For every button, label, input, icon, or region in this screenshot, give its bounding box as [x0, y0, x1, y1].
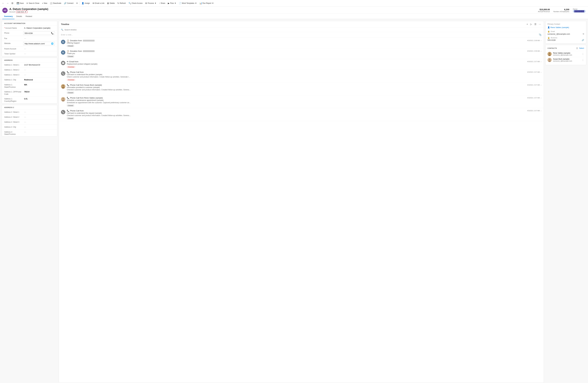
timeline-search-input[interactable]	[64, 29, 542, 31]
contact-business-section: 🔒 Business 555-0108 🔗	[547, 37, 584, 41]
phone-icon[interactable]: 📞	[51, 32, 54, 34]
timeline-header: Timeline + ▷ ☰ ⋯	[59, 21, 544, 27]
state-value[interactable]: WA	[23, 83, 55, 86]
dropdown-more-button[interactable]: ▼	[75, 1, 79, 5]
expand-icon[interactable]: ⌄	[540, 84, 542, 86]
expand-icon[interactable]: ⌄	[540, 71, 542, 73]
tab-details[interactable]: Details	[15, 14, 24, 19]
account-name-value[interactable]: A. Datum Corporation (sample)	[23, 26, 55, 30]
contact-item: Susan Burk (sample) someone_i@example.co…	[547, 57, 584, 63]
field-a2-street1: Address 2: Street 1 ---	[2, 109, 57, 114]
timeline-item-meta: 4/3/2021 2:07 AM ⌄	[527, 110, 542, 111]
field-ticker-symbol: Ticker Symbol ---	[2, 51, 57, 56]
annual-revenue-value: $10,000.00	[538, 8, 550, 11]
primary-contact-label: Primary Contact	[547, 23, 584, 25]
process-button[interactable]: ⚙ Process ▼	[144, 1, 157, 5]
form-selector[interactable]: main form ▼	[16, 11, 27, 13]
assign-button[interactable]: 👤 Assign	[80, 1, 91, 5]
timeline-item-content: 📞 Phone Call from Susan Burk (sample) 4/…	[67, 84, 542, 94]
street1-value[interactable]: 2137 Birchwood Dr	[23, 63, 55, 66]
record-header-right: $10,000.00 Annual Revenue 6,200 Number o…	[538, 8, 586, 13]
timeline-more-button[interactable]: ⋯	[538, 22, 542, 26]
run-report-button[interactable]: 📊 Run Report ▼	[198, 1, 215, 5]
timeline-item-header: 📞 Phone Call from 4/3/2021 2:07 AM ⌄	[67, 71, 542, 73]
connect-button[interactable]: 🔗 Connect	[63, 1, 75, 5]
timeline-item-header: 📞 Phone Call from Susan Burk (sample) 4/…	[67, 84, 542, 86]
phone-value[interactable]: 555-0158 📞	[23, 31, 55, 35]
expand-icon[interactable]: ⌄	[540, 61, 542, 63]
business-phone-value[interactable]: 555-0108	[547, 39, 556, 41]
copy-icon[interactable]: ⧉	[583, 33, 584, 35]
contact-more-button[interactable]: ⋮	[582, 53, 584, 55]
contacts-title: CONTACTS	[547, 47, 557, 49]
check-access-button[interactable]: 🔍 Check Access	[127, 1, 144, 5]
address2-title: ADDRESS 2	[2, 105, 57, 109]
process-chevron-icon: ▼	[154, 2, 156, 4]
contact-more-button[interactable]: ⋮	[582, 59, 584, 61]
flow-chevron-icon: ▼	[174, 2, 176, 4]
city-value[interactable]: Redmond	[23, 78, 55, 81]
timeline-item: 📞 Phone Call from Susan Burk (sample) 4/…	[59, 83, 544, 95]
svg-point-11	[548, 61, 551, 62]
blurred-name	[83, 40, 95, 42]
website-value[interactable]: http://www.adatum.com/ 🌐	[23, 42, 55, 45]
form-chevron-icon: ▼	[25, 11, 26, 13]
contact-name[interactable]: Susan Burk (sample)	[553, 58, 572, 60]
expand-icon[interactable]: ⌄	[540, 50, 542, 52]
tab-related[interactable]: Related	[24, 14, 34, 19]
owner-label: Owner	[573, 8, 586, 10]
timeline-item-subject: Schedule a maintenance appointment (samp…	[67, 99, 542, 101]
home-button[interactable]: ⊞	[11, 1, 14, 5]
primary-contact-name[interactable]: 👤 Rene Valdes (sample)	[547, 26, 584, 28]
business-label: Business	[551, 37, 557, 39]
expand-icon[interactable]: ⌄	[540, 40, 542, 41]
timeline-avatar	[61, 110, 65, 114]
contact-avatar	[547, 52, 552, 56]
attach-icon[interactable]: 📎	[539, 33, 542, 36]
refresh-button[interactable]: ↻ Refresh	[116, 1, 127, 5]
timeline-item-header: ✉ Email from 4/3/2021 2:07 AM ⌄	[67, 61, 542, 63]
zip-value[interactable]: 78214	[23, 90, 55, 93]
deactivate-button[interactable]: ⬜ Deactivate	[49, 1, 63, 5]
flow-button[interactable]: ▶ Flow ▼	[167, 1, 177, 5]
expand-icon[interactable]: ⌄	[540, 97, 542, 99]
forward-button[interactable]: →	[5, 1, 10, 5]
tab-summary[interactable]: Summary	[2, 14, 15, 19]
timeline-filter-button[interactable]: ▷	[530, 22, 533, 26]
word-templates-button[interactable]: 📄 Word Templates ▼	[178, 1, 198, 5]
timeline-item: 📞 Phone Call from Rene Valdes (sample) 4…	[59, 95, 544, 108]
field-street2: Address 1: Street 2 ---	[2, 67, 57, 72]
business-row: 🔒 Business	[547, 37, 584, 39]
timeline-item-header: 📋 Donation from 4/3/2021 2:08 AM ⌄	[67, 50, 542, 52]
timeline-item: JL 📋 Donation from 4/3/2021 2:08 AM ⌄	[59, 38, 544, 48]
save-close-button[interactable]: ✕ Save & Close	[25, 1, 41, 5]
email-link-icon: ✉	[93, 2, 94, 4]
timeline-item-content: 📞 Phone Call from 4/3/2021 2:07 AM ⌄ Cal…	[67, 110, 542, 119]
owner-value[interactable]: ████████	[573, 10, 586, 13]
contacts-list-icon[interactable]: ☰	[576, 47, 578, 49]
timeline-add-button[interactable]: +	[526, 22, 528, 26]
timeline-avatar	[61, 97, 65, 102]
contact-name[interactable]: Rene Valdes (sample)	[553, 52, 572, 54]
new-button[interactable]: + New	[41, 1, 48, 5]
search-icon: 🔍	[61, 29, 63, 31]
contacts-select-button[interactable]: Select	[579, 47, 584, 49]
field-a2-state: Address 2: State/Province ---	[2, 129, 57, 136]
note-placeholder[interactable]: Enter a note...	[61, 34, 73, 36]
address-section: ADDRESS Address 1: Street 1 2137 Birchwo…	[2, 58, 57, 104]
save-icon: 💾	[17, 2, 19, 4]
email-link-button[interactable]: ✉ Email a Link	[91, 1, 105, 5]
nav-buttons: ← →	[1, 1, 10, 5]
zip-label: Address 1: ZIP/Postal Code	[4, 90, 23, 95]
timeline-list-button[interactable]: ☰	[534, 22, 537, 26]
country-value[interactable]: U.S.	[23, 97, 55, 100]
save-button[interactable]: 💾 Save	[16, 1, 25, 5]
email-value[interactable]: someone_i@example.com	[547, 33, 570, 35]
toolbar: ← → ⊞ 💾 Save ✕ Save & Close + New ⬜ Deac…	[0, 0, 588, 6]
phone-link-icon[interactable]: 🔗	[582, 39, 584, 41]
expand-icon[interactable]: ⌄	[540, 110, 542, 111]
timeline-actions: + ▷ ☰ ⋯	[526, 22, 542, 26]
delete-button[interactable]: 🗑 Delete	[106, 1, 116, 5]
back-button[interactable]: ←	[1, 1, 5, 5]
share-button[interactable]: ↑ Share	[158, 1, 166, 5]
